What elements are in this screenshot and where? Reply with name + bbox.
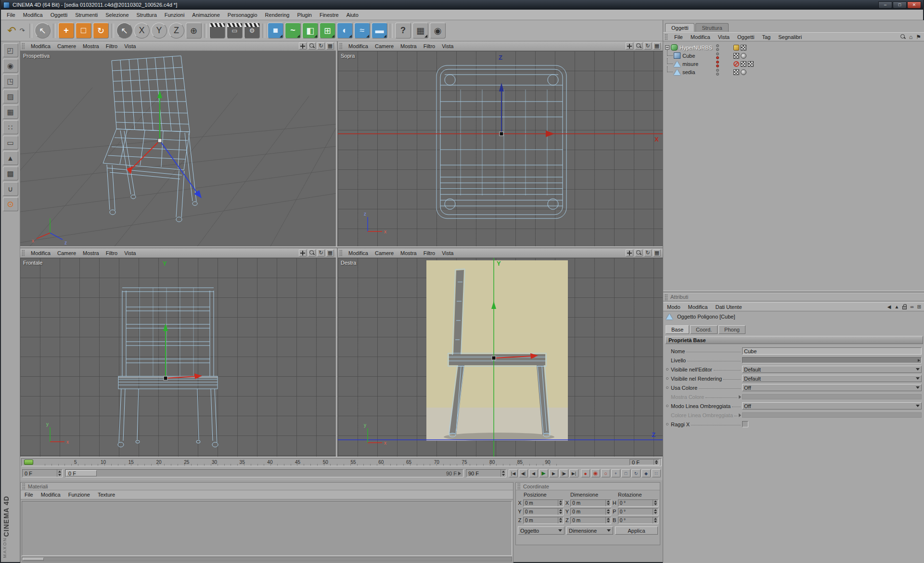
maximize-button[interactable]: □ [893, 1, 907, 9]
menubar-item[interactable]: Personaggio [224, 11, 261, 19]
display-tag-icon[interactable] [733, 45, 739, 51]
spinner-down-icon[interactable] [57, 473, 62, 477]
spinner-up-icon[interactable] [57, 470, 62, 473]
move-tool-icon[interactable]: + [58, 23, 74, 38]
range-end-arrow-icon[interactable] [458, 472, 461, 475]
render-region-button[interactable]: ▭ [227, 23, 243, 38]
axis-mode-icon[interactable]: ⊙ [3, 197, 18, 211]
menubar-item[interactable]: Animazione [188, 11, 223, 19]
panel-grip-icon[interactable] [665, 34, 668, 40]
viewport-menu-item[interactable]: Camere [372, 42, 397, 50]
panel-grip-icon[interactable] [22, 250, 25, 256]
viewport-menu-item[interactable]: Modifica [345, 249, 372, 257]
viewport-menu-item[interactable]: Mostra [397, 42, 420, 50]
shaded-line-mode-select[interactable]: Off [742, 402, 922, 409]
toggle-view-icon[interactable]: ▦ [326, 42, 334, 50]
attribute-tab[interactable]: Coord. [690, 325, 718, 334]
record-rotation-button[interactable]: ↻ [631, 469, 641, 477]
name-input[interactable] [742, 347, 922, 355]
spinner-down-icon[interactable] [653, 520, 658, 524]
xray-checkbox[interactable] [742, 421, 748, 427]
phong-tag-icon[interactable] [741, 53, 746, 59]
materials-scrollbar[interactable] [22, 557, 512, 562]
lock-x-axis-button[interactable]: X [134, 23, 150, 38]
panel-grip-icon[interactable] [517, 483, 521, 489]
viewport-menu-item[interactable]: Camere [372, 249, 397, 257]
range-slider-handle[interactable]: 0 F [66, 470, 97, 476]
spinner-down-icon[interactable] [558, 520, 563, 524]
close-button[interactable]: ✕ [907, 1, 921, 9]
add-deformer-button[interactable]: ≈ [354, 23, 370, 38]
next-key-button[interactable]: |▶ [559, 469, 568, 477]
scale-tool-icon[interactable]: □ [76, 23, 91, 38]
texture-tag-icon[interactable] [733, 53, 739, 59]
viewport-menu-item[interactable]: Mostra [79, 42, 103, 50]
object-row-hypernurbs[interactable]: HyperNURBS [664, 43, 924, 51]
spinner-down-icon[interactable] [606, 512, 611, 515]
ruler-frame-spinner[interactable]: 0 F [629, 459, 659, 465]
bookmark-icon[interactable]: ⚑ [916, 34, 921, 40]
render-visibility-dot[interactable] [716, 56, 719, 59]
title-bar[interactable]: CINEMA 4D (64 Bit) - [sedia 01032011.c4d… [1, 0, 923, 10]
rotate-view-icon[interactable]: ↻ [644, 42, 652, 50]
record-scale-button[interactable]: □ [621, 469, 630, 477]
timeline-playhead[interactable] [24, 460, 33, 465]
toolbar-separator[interactable] [262, 24, 265, 38]
viewport-menu-item[interactable]: Camere [54, 249, 79, 257]
object-name[interactable]: misure [682, 61, 698, 67]
viewport-menu-item[interactable]: Camere [54, 42, 79, 50]
texture-tag-icon[interactable] [733, 69, 739, 75]
prev-frame-button[interactable]: ◀ [529, 469, 538, 477]
menubar-item[interactable]: File [3, 11, 19, 19]
rotate-view-icon[interactable]: ↻ [317, 249, 325, 256]
coordinate-system-button[interactable]: ⊕ [186, 23, 202, 38]
last-tool-icon[interactable]: ↖ [116, 23, 132, 38]
pan-view-icon[interactable] [299, 42, 307, 50]
object-manager-menu-item[interactable]: Segnalibri [774, 33, 806, 41]
uv-mode-icon[interactable]: ▩ [3, 166, 18, 180]
keyframe-dot-icon[interactable] [666, 368, 671, 371]
toolbar-separator[interactable] [111, 24, 114, 38]
add-primitive-button[interactable]: ■ [268, 23, 283, 38]
expand-arrow-icon[interactable] [739, 413, 741, 417]
visible-editor-select[interactable]: Default [742, 366, 922, 373]
keyframe-selection-button[interactable]: ○ [601, 469, 610, 477]
polygons-mode-icon[interactable]: ▲ [3, 151, 18, 165]
model-mode-icon[interactable]: ◉ [3, 59, 18, 73]
viewport-menu-item[interactable]: Filtro [420, 42, 438, 50]
keyframe-dot-icon[interactable] [666, 423, 671, 425]
lock-y-axis-button[interactable]: Y [151, 23, 167, 38]
materials-list-area[interactable] [22, 501, 512, 556]
spinner-up-icon[interactable] [501, 470, 506, 473]
record-pla-button[interactable]: ∷ [652, 469, 661, 477]
zoom-view-icon[interactable] [308, 42, 316, 50]
history-back-icon[interactable]: ◀ [887, 304, 891, 309]
panel-grip-icon[interactable] [22, 43, 25, 49]
object-row-sedia[interactable]: sedia [664, 68, 924, 76]
render-visibility-dot[interactable] [716, 64, 719, 67]
add-environment-button[interactable]: ▬ [372, 23, 387, 38]
render-visibility-dot[interactable] [716, 73, 719, 76]
zoom-view-icon[interactable] [635, 42, 642, 50]
spinner-down-icon[interactable] [653, 503, 658, 506]
dimension-z-input[interactable]: 0 m [570, 517, 611, 524]
pan-view-icon[interactable] [299, 249, 307, 256]
pan-view-icon[interactable] [626, 42, 633, 50]
toolbar-separator[interactable] [390, 24, 393, 38]
timeline-ruler[interactable]: 51015202530354045505560657075808590 0 F [21, 458, 662, 466]
rotation-p-input[interactable]: 0 ° [618, 508, 658, 515]
object-name[interactable]: Cube [682, 53, 695, 59]
use-color-select[interactable]: Off [742, 384, 922, 391]
goto-end-button[interactable]: ▶| [569, 469, 578, 477]
new-panel-icon[interactable]: ⊞ [917, 304, 921, 309]
autokey-button[interactable]: ◉ [591, 469, 600, 477]
edges-mode-icon[interactable]: ▭ [3, 136, 18, 150]
editor-visibility-dot[interactable] [716, 52, 719, 55]
viewport-menu-item[interactable]: Filtro [103, 42, 121, 50]
play-button[interactable]: ▶ [539, 469, 548, 477]
texture-mode-icon[interactable]: ▨ [3, 90, 18, 103]
panel-grip-icon[interactable] [339, 43, 343, 49]
object-manager-menu-item[interactable]: File [670, 33, 687, 41]
end-frame-input[interactable]: 90 F [466, 469, 506, 477]
viewport-canvas-right[interactable]: Destra [338, 258, 663, 457]
